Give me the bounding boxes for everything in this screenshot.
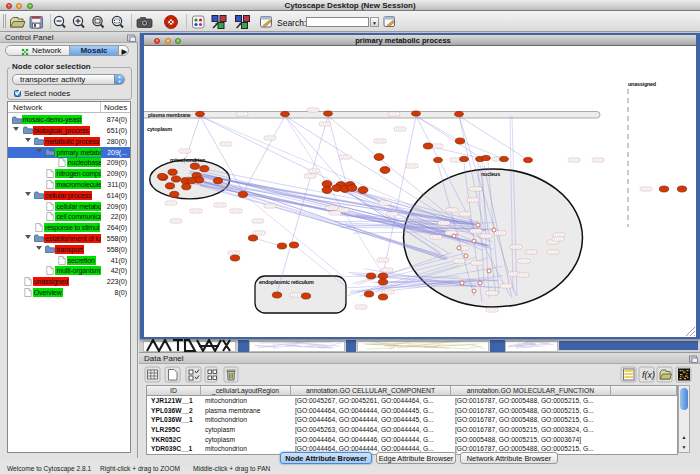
svg-text:endoplasmic reticulum: endoplasmic reticulum bbox=[259, 279, 314, 285]
svg-text:cytoplasm: cytoplasm bbox=[147, 126, 172, 132]
svg-text:f(x): f(x) bbox=[642, 370, 655, 380]
svg-text:plasma membrane: plasma membrane bbox=[148, 112, 191, 118]
svg-text:nucleus: nucleus bbox=[481, 171, 500, 177]
svg-text:unassigned: unassigned bbox=[628, 81, 656, 87]
svg-text:mitochondrion: mitochondrion bbox=[170, 157, 205, 163]
svg-text:Search:: Search: bbox=[277, 18, 306, 28]
